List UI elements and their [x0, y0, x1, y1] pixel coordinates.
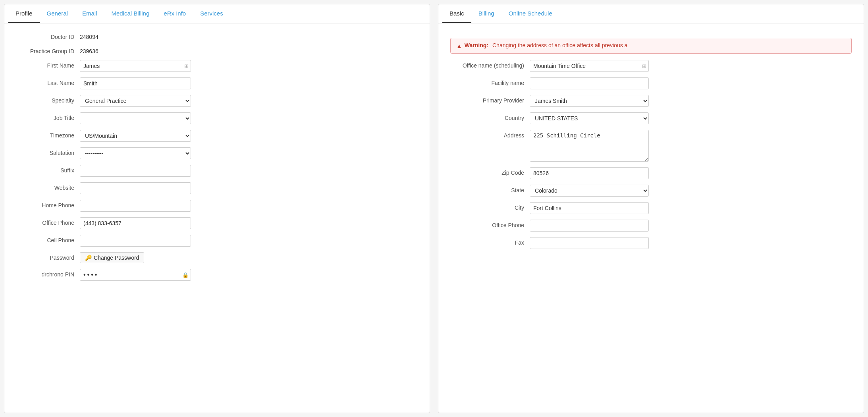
- timezone-row: Timezone US/Mountain: [16, 130, 418, 142]
- salutation-label: Salutation: [16, 147, 80, 156]
- lock-icon: 🔒: [182, 272, 189, 278]
- list-icon: ⊞: [184, 63, 189, 69]
- right-office-phone-input[interactable]: [530, 220, 649, 232]
- primary-provider-select[interactable]: James Smith: [530, 95, 649, 107]
- last-name-label: Last Name: [16, 77, 80, 86]
- country-label: Country: [450, 112, 530, 121]
- office-phone-row: Office Phone: [16, 217, 418, 229]
- tab-erx-info[interactable]: eRx Info: [156, 4, 193, 23]
- job-title-row: Job Title: [16, 112, 418, 124]
- state-label: State: [450, 185, 530, 193]
- cell-phone-row: Cell Phone: [16, 235, 418, 247]
- tab-general[interactable]: General: [40, 4, 75, 23]
- salutation-select[interactable]: ----------: [80, 147, 191, 159]
- zip-code-input[interactable]: [530, 167, 649, 179]
- tab-basic[interactable]: Basic: [442, 4, 471, 23]
- website-row: Website: [16, 182, 418, 194]
- timezone-select[interactable]: US/Mountain: [80, 130, 191, 142]
- zip-code-row: Zip Code: [450, 167, 852, 179]
- specialty-row: Specialty General Practice: [16, 95, 418, 107]
- address-row: Address 225 Schilling Circle: [450, 130, 852, 162]
- practice-group-id-label: Practice Group ID: [16, 46, 80, 54]
- tab-services[interactable]: Services: [193, 4, 230, 23]
- practice-group-id-row: Practice Group ID 239636: [16, 46, 418, 54]
- cell-phone-label: Cell Phone: [16, 235, 80, 243]
- drchrono-pin-label: drchrono PIN: [16, 269, 80, 278]
- specialty-label: Specialty: [16, 95, 80, 104]
- website-label: Website: [16, 182, 80, 191]
- primary-provider-label: Primary Provider: [450, 95, 530, 104]
- home-phone-row: Home Phone: [16, 200, 418, 212]
- home-phone-input[interactable]: [80, 200, 191, 212]
- timezone-label: Timezone: [16, 130, 80, 139]
- warning-box: ▲ Warning: Changing the address of an of…: [450, 38, 852, 54]
- right-office-phone-label: Office Phone: [450, 220, 530, 228]
- city-input[interactable]: [530, 202, 649, 214]
- left-panel-content: Doctor ID 248094 Practice Group ID 23963…: [4, 23, 430, 294]
- practice-group-id-value: 239636: [80, 46, 98, 54]
- last-name-row: Last Name: [16, 77, 418, 89]
- change-password-button[interactable]: 🔑 Change Password: [80, 252, 144, 263]
- password-label: Password: [16, 252, 80, 261]
- pin-field-wrapper: 🔒: [80, 269, 191, 281]
- office-phone-label: Office Phone: [16, 217, 80, 226]
- facility-name-input[interactable]: [530, 77, 649, 89]
- warning-triangle-icon: ▲: [456, 42, 462, 49]
- fax-label: Fax: [450, 237, 530, 246]
- salutation-row: Salutation ----------: [16, 147, 418, 159]
- first-name-input[interactable]: [80, 60, 191, 72]
- home-phone-label: Home Phone: [16, 200, 80, 208]
- list-icon-right: ⊞: [642, 63, 646, 69]
- first-name-field-wrapper: ⊞: [80, 60, 191, 72]
- right-tab-bar: Basic Billing Online Schedule: [438, 4, 864, 23]
- warning-text: Changing the address of an office affect…: [492, 42, 627, 48]
- website-input[interactable]: [80, 182, 191, 194]
- key-icon: 🔑: [85, 255, 92, 261]
- country-row: Country UNITED STATES: [450, 112, 852, 124]
- suffix-input[interactable]: [80, 165, 191, 177]
- office-name-row: Office name (scheduling) ⊞: [450, 60, 852, 72]
- office-name-input[interactable]: [530, 60, 649, 72]
- office-phone-input[interactable]: [80, 217, 191, 229]
- warning-label: Warning:: [465, 42, 488, 48]
- tab-online-schedule[interactable]: Online Schedule: [502, 4, 559, 23]
- left-tab-bar: Profile General Email Medical Billing eR…: [4, 4, 430, 23]
- job-title-label: Job Title: [16, 112, 80, 121]
- job-title-select[interactable]: [80, 112, 191, 124]
- city-row: City: [450, 202, 852, 214]
- change-password-label: Change Password: [94, 255, 139, 261]
- state-row: State Colorado: [450, 185, 852, 197]
- tab-email[interactable]: Email: [75, 4, 104, 23]
- tab-medical-billing[interactable]: Medical Billing: [104, 4, 156, 23]
- fax-input[interactable]: [530, 237, 649, 249]
- suffix-row: Suffix: [16, 165, 418, 177]
- office-name-field-wrapper: ⊞: [530, 60, 649, 72]
- right-office-phone-row: Office Phone: [450, 220, 852, 232]
- drchrono-pin-input[interactable]: [80, 269, 191, 281]
- city-label: City: [450, 202, 530, 211]
- first-name-row: First Name ⊞: [16, 60, 418, 72]
- primary-provider-row: Primary Provider James Smith: [450, 95, 852, 107]
- left-panel: Profile General Email Medical Billing eR…: [4, 4, 430, 413]
- specialty-select[interactable]: General Practice: [80, 95, 191, 107]
- doctor-id-value: 248094: [80, 31, 98, 40]
- right-panel: Basic Billing Online Schedule ▲ Warning:…: [438, 4, 864, 413]
- facility-name-label: Facility name: [450, 77, 530, 86]
- state-select[interactable]: Colorado: [530, 185, 649, 197]
- first-name-label: First Name: [16, 60, 80, 69]
- address-textarea[interactable]: 225 Schilling Circle: [530, 130, 649, 162]
- last-name-input[interactable]: [80, 77, 191, 89]
- address-label: Address: [450, 130, 530, 139]
- drchrono-pin-row: drchrono PIN 🔒: [16, 269, 418, 281]
- doctor-id-row: Doctor ID 248094: [16, 31, 418, 40]
- country-select[interactable]: UNITED STATES: [530, 112, 649, 124]
- fax-row: Fax: [450, 237, 852, 249]
- zip-code-label: Zip Code: [450, 167, 530, 176]
- tab-profile[interactable]: Profile: [8, 4, 40, 23]
- office-name-label: Office name (scheduling): [450, 60, 530, 69]
- suffix-label: Suffix: [16, 165, 80, 174]
- right-panel-content: ▲ Warning: Changing the address of an of…: [438, 23, 864, 263]
- cell-phone-input[interactable]: [80, 235, 191, 247]
- tab-billing[interactable]: Billing: [471, 4, 502, 23]
- doctor-id-label: Doctor ID: [16, 31, 80, 40]
